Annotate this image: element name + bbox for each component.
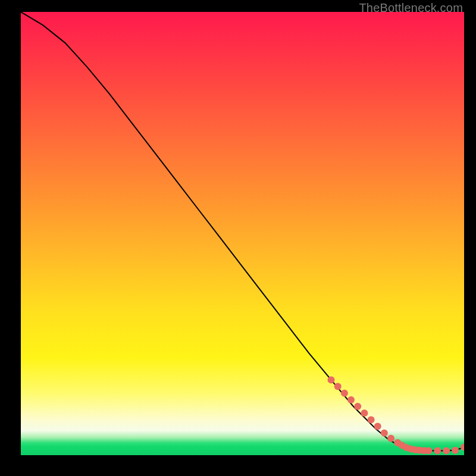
data-point <box>434 447 441 455</box>
data-point <box>403 444 410 451</box>
data-point <box>443 447 450 455</box>
data-point <box>354 403 361 410</box>
data-point <box>416 447 424 454</box>
data-point <box>412 446 419 453</box>
data-point <box>421 447 428 454</box>
data-point <box>461 444 464 451</box>
highlight-dots <box>328 376 465 454</box>
chart-svg <box>21 12 464 455</box>
data-point <box>374 423 381 430</box>
data-point <box>387 435 394 442</box>
data-point <box>328 376 335 383</box>
data-point <box>408 446 415 453</box>
data-point <box>361 409 368 416</box>
data-point <box>381 430 388 437</box>
data-point <box>347 396 355 403</box>
data-point <box>394 439 401 446</box>
data-point <box>399 442 406 449</box>
data-point <box>334 383 342 390</box>
curve-path <box>21 12 464 451</box>
curve-line <box>21 12 464 451</box>
data-point <box>452 447 459 454</box>
data-point <box>341 390 348 397</box>
data-point <box>425 447 432 455</box>
chart-frame: TheBottleneck.com <box>0 0 476 476</box>
plot-area <box>21 12 464 455</box>
data-point <box>368 416 375 423</box>
